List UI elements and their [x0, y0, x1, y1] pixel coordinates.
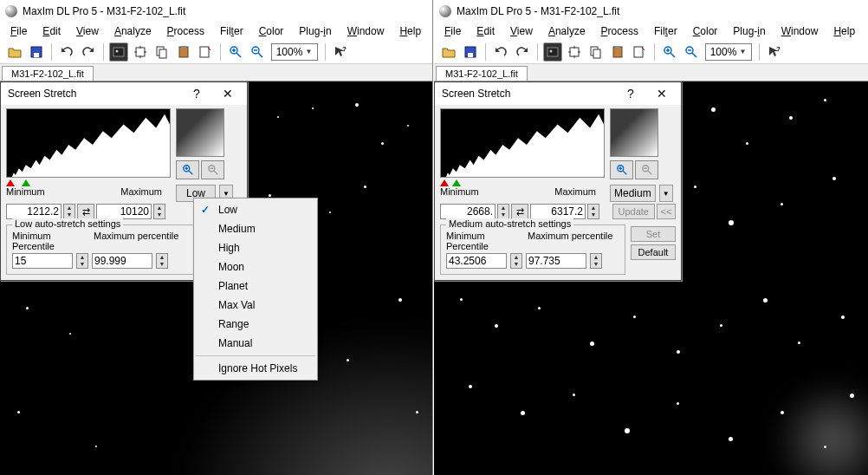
maximum-input[interactable]: [96, 204, 152, 219]
menu-help[interactable]: Help: [399, 25, 421, 37]
copy-icon[interactable]: [152, 42, 172, 62]
close-button[interactable]: ✕: [212, 85, 243, 102]
dropdown-item-range[interactable]: Range: [194, 315, 317, 334]
properties-icon[interactable]: [630, 42, 649, 62]
undo-icon[interactable]: [491, 42, 510, 62]
max-caret[interactable]: [452, 179, 461, 186]
menu-plugin[interactable]: Plug-in: [299, 25, 331, 37]
dropdown-item-low[interactable]: Low: [194, 200, 317, 219]
menu-process[interactable]: Process: [601, 25, 638, 37]
menu-analyze[interactable]: Analyze: [114, 25, 152, 37]
swap-button[interactable]: ⇄: [511, 204, 528, 219]
document-tab[interactable]: M31-F2-102_L.fit: [436, 66, 528, 81]
help-button[interactable]: ?: [181, 85, 212, 102]
minimum-input[interactable]: [6, 204, 62, 219]
maximum-spinner[interactable]: ▲▼: [153, 204, 165, 219]
menu-help[interactable]: Help: [833, 25, 855, 37]
dropdown-item-moon[interactable]: Moon: [194, 257, 317, 277]
menu-file[interactable]: File: [10, 25, 27, 37]
zoom-out-hist-icon[interactable]: [635, 160, 658, 179]
whatsthis-icon[interactable]: ?: [765, 42, 784, 62]
menu-process[interactable]: Process: [167, 25, 204, 37]
zoom-in-hist-icon[interactable]: [610, 160, 633, 179]
save-icon[interactable]: [27, 42, 46, 62]
menu-file[interactable]: File: [444, 25, 461, 37]
menu-plugin[interactable]: Plug-in: [733, 25, 765, 37]
menu-filter[interactable]: Filter: [654, 25, 677, 37]
zoom-in-icon[interactable]: [660, 42, 679, 62]
menu-color[interactable]: Color: [693, 25, 718, 37]
image-canvas[interactable]: Screen Stretch ? ✕: [434, 81, 868, 475]
document-tab[interactable]: M31-F2-102_L.fit: [2, 66, 94, 81]
menu-window[interactable]: Window: [781, 25, 819, 37]
properties-icon[interactable]: [196, 42, 215, 62]
zoom-out-icon[interactable]: [682, 42, 701, 62]
dropdown-item-medium[interactable]: Medium: [194, 219, 317, 238]
paste-icon[interactable]: [608, 42, 627, 62]
menu-edit[interactable]: Edit: [476, 25, 495, 37]
menu-color[interactable]: Color: [259, 25, 284, 37]
preview-thumbnail[interactable]: [610, 108, 658, 157]
dropdown-item-maxval[interactable]: Max Val: [194, 296, 317, 315]
min-caret[interactable]: [6, 179, 15, 186]
fit-icon[interactable]: [131, 42, 150, 62]
min-percentile-spinner[interactable]: ▲▼: [76, 253, 88, 269]
set-button[interactable]: Set: [631, 226, 676, 242]
menu-filter[interactable]: Filter: [220, 25, 243, 37]
menu-view[interactable]: View: [76, 25, 99, 37]
minimum-spinner[interactable]: ▲▼: [497, 204, 509, 219]
dialog-titlebar[interactable]: Screen Stretch ? ✕: [435, 82, 681, 105]
dropdown-item-high[interactable]: High: [194, 238, 317, 257]
stretch-preset-arrow[interactable]: ▼: [659, 185, 673, 202]
dropdown-item-ignore-hot[interactable]: Ignore Hot Pixels: [194, 359, 317, 378]
dialog-titlebar[interactable]: Screen Stretch ? ✕: [1, 82, 247, 105]
image-icon[interactable]: [109, 42, 128, 62]
image-icon[interactable]: [543, 42, 562, 62]
whatsthis-icon[interactable]: ?: [331, 42, 350, 62]
open-icon[interactable]: [5, 42, 24, 62]
save-icon[interactable]: [461, 42, 480, 62]
close-button[interactable]: ✕: [646, 85, 677, 102]
min-percentile-input[interactable]: [12, 253, 73, 269]
update-button[interactable]: Update: [612, 204, 655, 219]
max-percentile-input[interactable]: [92, 253, 152, 269]
swap-button[interactable]: ⇄: [77, 204, 94, 219]
histogram[interactable]: [440, 108, 605, 178]
maximum-spinner[interactable]: ▲▼: [587, 204, 599, 219]
dropdown-item-planet[interactable]: Planet: [194, 277, 317, 296]
min-percentile-input[interactable]: [446, 253, 507, 269]
default-button[interactable]: Default: [631, 244, 676, 260]
minimum-input[interactable]: [440, 204, 496, 219]
min-percentile-spinner[interactable]: ▲▼: [510, 253, 522, 269]
minimum-spinner[interactable]: ▲▼: [63, 204, 75, 219]
histogram[interactable]: [6, 108, 171, 178]
min-caret[interactable]: [440, 179, 449, 186]
open-icon[interactable]: [439, 42, 458, 62]
zoom-level[interactable]: 100%▼: [705, 43, 752, 61]
max-percentile-spinner[interactable]: ▲▼: [156, 253, 168, 269]
menu-window[interactable]: Window: [347, 25, 385, 37]
menu-analyze[interactable]: Analyze: [548, 25, 586, 37]
undo-icon[interactable]: [57, 42, 76, 62]
paste-icon[interactable]: [174, 42, 193, 62]
max-caret[interactable]: [22, 179, 30, 186]
zoom-in-hist-icon[interactable]: [176, 160, 199, 179]
zoom-level[interactable]: 100%▼: [271, 43, 318, 61]
menu-edit[interactable]: Edit: [42, 25, 61, 37]
max-percentile-spinner[interactable]: ▲▼: [590, 253, 602, 269]
copy-icon[interactable]: [586, 42, 606, 62]
redo-icon[interactable]: [79, 42, 98, 62]
menu-view[interactable]: View: [510, 25, 533, 37]
zoom-out-hist-icon[interactable]: [201, 160, 224, 179]
stretch-preset-button[interactable]: Medium: [610, 185, 656, 202]
zoom-out-icon[interactable]: [248, 42, 267, 62]
dropdown-item-manual[interactable]: Manual: [194, 334, 317, 353]
max-percentile-input[interactable]: [526, 253, 586, 269]
maximum-input[interactable]: [530, 204, 586, 219]
image-canvas[interactable]: Screen Stretch ? ✕: [0, 81, 432, 475]
zoom-in-icon[interactable]: [226, 42, 245, 62]
rewind-button[interactable]: <<: [657, 204, 676, 219]
redo-icon[interactable]: [513, 42, 532, 62]
help-button[interactable]: ?: [615, 85, 646, 102]
preview-thumbnail[interactable]: [176, 108, 224, 157]
